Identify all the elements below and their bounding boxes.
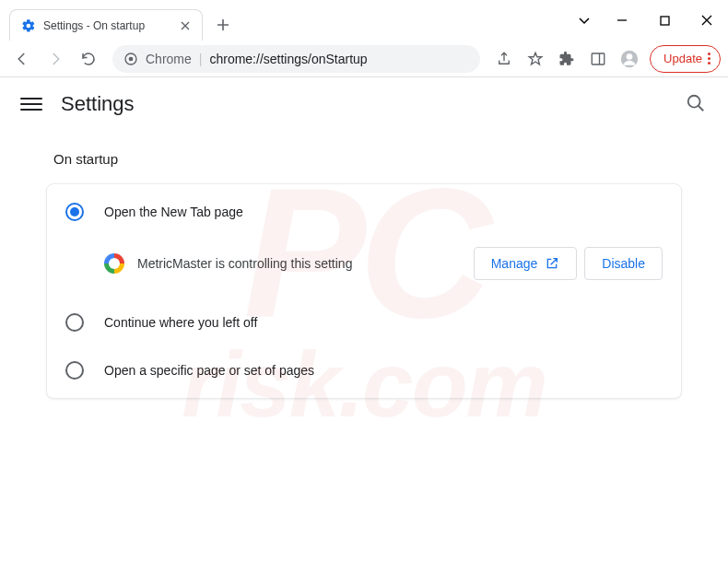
side-panel-icon[interactable]	[583, 44, 613, 74]
startup-option-specific-pages[interactable]: Open a specific page or set of pages	[47, 346, 681, 394]
profile-avatar-icon[interactable]	[615, 44, 644, 74]
svg-point-6	[688, 96, 700, 108]
toolbar-actions: Update	[489, 44, 721, 74]
extension-icon	[104, 253, 124, 274]
manage-label: Manage	[491, 256, 538, 271]
extension-actions: Manage Disable	[474, 247, 663, 280]
controlled-by-extension-row: MetricMaster is controlling this setting…	[47, 236, 681, 298]
open-external-icon	[545, 256, 559, 271]
extensions-puzzle-icon[interactable]	[552, 44, 581, 74]
option-label: Open the New Tab page	[104, 205, 243, 219]
svg-point-5	[627, 53, 633, 60]
search-icon[interactable]	[686, 93, 708, 115]
new-tab-button[interactable]	[210, 12, 236, 38]
back-button[interactable]	[7, 44, 37, 74]
svg-point-2	[129, 56, 134, 61]
url-text: chrome://settings/onStartup	[209, 52, 367, 66]
reload-button[interactable]	[74, 44, 103, 74]
browser-tab[interactable]: Settings - On startup	[9, 9, 203, 41]
close-tab-icon[interactable]	[178, 18, 193, 33]
startup-option-continue[interactable]: Continue where you left off	[47, 298, 681, 346]
forward-button[interactable]	[41, 44, 70, 74]
disable-label: Disable	[602, 256, 645, 271]
disable-button[interactable]: Disable	[584, 247, 663, 280]
option-label: Continue where you left off	[104, 315, 257, 330]
section-title: On startup	[53, 151, 682, 167]
toolbar: Chrome | chrome://settings/onStartup Upd…	[0, 41, 728, 77]
window-controls	[568, 0, 728, 41]
tab-title: Settings - On startup	[43, 19, 170, 32]
url-prefix: Chrome	[146, 52, 192, 66]
settings-content: On startup Open the New Tab page MetricM…	[0, 131, 728, 399]
controlled-by-text: MetricMaster is controlling this setting	[137, 256, 461, 271]
svg-rect-3	[592, 53, 605, 64]
tabstrip: Settings - On startup	[0, 0, 568, 41]
titlebar: Settings - On startup	[0, 0, 728, 41]
tab-search-icon[interactable]	[568, 2, 601, 39]
radio-unselected[interactable]	[65, 361, 84, 380]
minimize-button[interactable]	[601, 2, 643, 39]
startup-options-card: Open the New Tab page MetricMaster is co…	[46, 183, 682, 399]
radio-selected[interactable]	[65, 203, 84, 221]
close-window-button[interactable]	[686, 2, 728, 39]
manage-button[interactable]: Manage	[474, 247, 578, 280]
update-label: Update	[663, 52, 702, 65]
option-label: Open a specific page or set of pages	[104, 363, 314, 378]
menu-hamburger-icon[interactable]	[20, 93, 42, 115]
chrome-product-icon	[123, 52, 138, 66]
settings-gear-icon	[21, 18, 36, 33]
radio-unselected[interactable]	[65, 313, 84, 332]
startup-option-new-tab[interactable]: Open the New Tab page	[47, 188, 681, 236]
maximize-button[interactable]	[643, 2, 686, 39]
svg-rect-0	[661, 17, 669, 25]
share-icon[interactable]	[489, 44, 519, 74]
kebab-menu-icon	[708, 53, 710, 64]
url-separator: |	[199, 52, 203, 66]
address-bar[interactable]: Chrome | chrome://settings/onStartup	[112, 45, 480, 73]
settings-header: Settings	[0, 77, 728, 131]
page-title: Settings	[61, 92, 135, 116]
bookmark-star-icon[interactable]	[521, 44, 550, 74]
update-button[interactable]: Update	[650, 45, 721, 73]
